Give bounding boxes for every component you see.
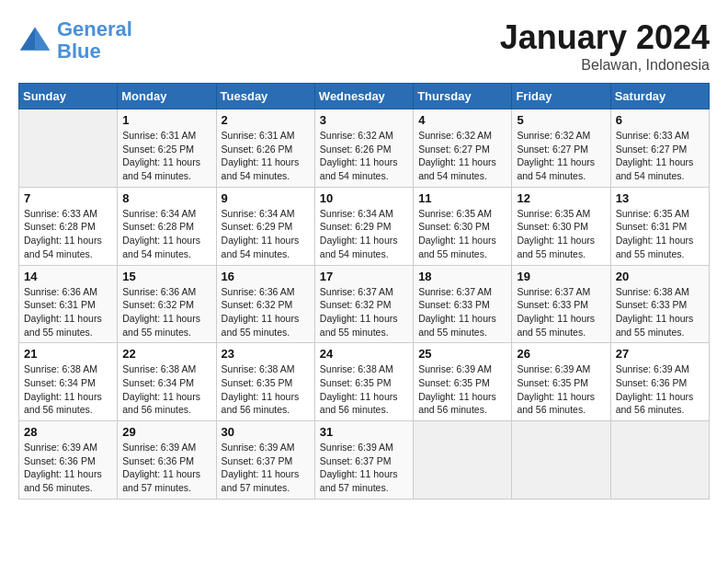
day-info: Sunrise: 6:39 AMSunset: 6:35 PMDaylight:… bbox=[418, 362, 506, 417]
calendar-table: SundayMondayTuesdayWednesdayThursdayFrid… bbox=[18, 83, 710, 500]
day-number: 5 bbox=[517, 113, 605, 127]
calendar-cell bbox=[512, 421, 610, 500]
calendar-week-3: 14Sunrise: 6:36 AMSunset: 6:31 PMDayligh… bbox=[19, 265, 710, 343]
day-info: Sunrise: 6:35 AMSunset: 6:31 PMDaylight:… bbox=[616, 207, 704, 261]
calendar-cell: 24Sunrise: 6:38 AMSunset: 6:35 PMDayligh… bbox=[314, 343, 413, 421]
day-number: 21 bbox=[24, 347, 112, 361]
calendar-cell: 2Sunrise: 6:31 AMSunset: 6:26 PMDaylight… bbox=[216, 109, 314, 188]
logo-text: General Blue bbox=[57, 18, 132, 63]
day-info: Sunrise: 6:39 AMSunset: 6:37 PMDaylight:… bbox=[222, 441, 310, 495]
location: Belawan, Indonesia bbox=[500, 57, 710, 74]
day-number: 27 bbox=[616, 347, 704, 361]
calendar-cell: 15Sunrise: 6:36 AMSunset: 6:32 PMDayligh… bbox=[118, 265, 216, 343]
calendar-cell: 19Sunrise: 6:37 AMSunset: 6:33 PMDayligh… bbox=[512, 265, 610, 343]
day-number: 1 bbox=[122, 113, 210, 127]
weekday-header-tuesday: Tuesday bbox=[216, 84, 314, 109]
day-info: Sunrise: 6:32 AMSunset: 6:27 PMDaylight:… bbox=[418, 129, 506, 183]
day-info: Sunrise: 6:31 AMSunset: 6:25 PMDaylight:… bbox=[122, 129, 210, 183]
calendar-cell: 13Sunrise: 6:35 AMSunset: 6:31 PMDayligh… bbox=[610, 187, 709, 265]
day-info: Sunrise: 6:37 AMSunset: 6:33 PMDaylight:… bbox=[517, 285, 605, 339]
calendar-week-5: 28Sunrise: 6:39 AMSunset: 6:36 PMDayligh… bbox=[19, 421, 710, 500]
logo-icon bbox=[18, 24, 51, 57]
day-number: 19 bbox=[517, 270, 605, 283]
title-block: January 2024 Belawan, Indonesia bbox=[500, 18, 710, 74]
day-number: 23 bbox=[222, 347, 310, 361]
month-title: January 2024 bbox=[500, 18, 710, 57]
day-number: 6 bbox=[616, 113, 704, 127]
calendar-cell bbox=[610, 421, 709, 500]
day-info: Sunrise: 6:36 AMSunset: 6:32 PMDaylight:… bbox=[122, 285, 210, 339]
calendar-cell: 30Sunrise: 6:39 AMSunset: 6:37 PMDayligh… bbox=[216, 421, 314, 500]
weekday-header-friday: Friday bbox=[512, 84, 610, 109]
day-info: Sunrise: 6:34 AMSunset: 6:29 PMDaylight:… bbox=[222, 207, 310, 261]
day-number: 14 bbox=[24, 270, 112, 283]
calendar-week-4: 21Sunrise: 6:38 AMSunset: 6:34 PMDayligh… bbox=[19, 343, 710, 421]
calendar-cell: 29Sunrise: 6:39 AMSunset: 6:36 PMDayligh… bbox=[118, 421, 216, 500]
calendar-cell: 18Sunrise: 6:37 AMSunset: 6:33 PMDayligh… bbox=[414, 265, 512, 343]
calendar-cell bbox=[414, 421, 512, 500]
calendar-cell: 21Sunrise: 6:38 AMSunset: 6:34 PMDayligh… bbox=[19, 343, 118, 421]
calendar-cell: 11Sunrise: 6:35 AMSunset: 6:30 PMDayligh… bbox=[414, 187, 512, 265]
weekday-header-sunday: Sunday bbox=[19, 84, 118, 109]
day-number: 8 bbox=[122, 191, 210, 205]
day-info: Sunrise: 6:39 AMSunset: 6:36 PMDaylight:… bbox=[616, 362, 704, 417]
calendar-cell: 9Sunrise: 6:34 AMSunset: 6:29 PMDaylight… bbox=[216, 187, 314, 265]
day-number: 3 bbox=[320, 113, 408, 127]
day-info: Sunrise: 6:36 AMSunset: 6:32 PMDaylight:… bbox=[222, 285, 310, 339]
day-info: Sunrise: 6:38 AMSunset: 6:35 PMDaylight:… bbox=[222, 362, 310, 417]
day-info: Sunrise: 6:39 AMSunset: 6:36 PMDaylight:… bbox=[24, 441, 112, 495]
weekday-header-thursday: Thursday bbox=[414, 84, 512, 109]
calendar-cell: 14Sunrise: 6:36 AMSunset: 6:31 PMDayligh… bbox=[19, 265, 118, 343]
logo-blue: Blue bbox=[57, 40, 132, 63]
calendar-cell: 31Sunrise: 6:39 AMSunset: 6:37 PMDayligh… bbox=[314, 421, 413, 500]
weekday-header-wednesday: Wednesday bbox=[314, 84, 413, 109]
calendar-cell: 4Sunrise: 6:32 AMSunset: 6:27 PMDaylight… bbox=[414, 109, 512, 188]
calendar-cell: 22Sunrise: 6:38 AMSunset: 6:34 PMDayligh… bbox=[118, 343, 216, 421]
weekday-header-monday: Monday bbox=[118, 84, 216, 109]
calendar-cell: 17Sunrise: 6:37 AMSunset: 6:32 PMDayligh… bbox=[314, 265, 413, 343]
day-info: Sunrise: 6:39 AMSunset: 6:37 PMDaylight:… bbox=[320, 441, 408, 495]
day-info: Sunrise: 6:32 AMSunset: 6:26 PMDaylight:… bbox=[320, 129, 408, 183]
calendar-cell: 3Sunrise: 6:32 AMSunset: 6:26 PMDaylight… bbox=[314, 109, 413, 188]
weekday-header-saturday: Saturday bbox=[610, 84, 709, 109]
calendar-cell: 12Sunrise: 6:35 AMSunset: 6:30 PMDayligh… bbox=[512, 187, 610, 265]
day-info: Sunrise: 6:36 AMSunset: 6:31 PMDaylight:… bbox=[24, 285, 112, 339]
day-info: Sunrise: 6:32 AMSunset: 6:27 PMDaylight:… bbox=[517, 129, 605, 183]
day-number: 12 bbox=[517, 191, 605, 205]
day-number: 7 bbox=[24, 191, 112, 205]
day-number: 2 bbox=[222, 113, 310, 127]
calendar-cell: 5Sunrise: 6:32 AMSunset: 6:27 PMDaylight… bbox=[512, 109, 610, 188]
calendar-cell: 23Sunrise: 6:38 AMSunset: 6:35 PMDayligh… bbox=[216, 343, 314, 421]
calendar-cell: 25Sunrise: 6:39 AMSunset: 6:35 PMDayligh… bbox=[414, 343, 512, 421]
calendar-cell: 10Sunrise: 6:34 AMSunset: 6:29 PMDayligh… bbox=[314, 187, 413, 265]
day-info: Sunrise: 6:35 AMSunset: 6:30 PMDaylight:… bbox=[517, 207, 605, 261]
calendar-cell bbox=[19, 109, 118, 188]
calendar-cell: 16Sunrise: 6:36 AMSunset: 6:32 PMDayligh… bbox=[216, 265, 314, 343]
day-info: Sunrise: 6:39 AMSunset: 6:35 PMDaylight:… bbox=[517, 362, 605, 417]
calendar-cell: 7Sunrise: 6:33 AMSunset: 6:28 PMDaylight… bbox=[19, 187, 118, 265]
weekday-header-row: SundayMondayTuesdayWednesdayThursdayFrid… bbox=[19, 84, 710, 109]
page-header: General Blue January 2024 Belawan, Indon… bbox=[18, 18, 710, 74]
calendar-week-2: 7Sunrise: 6:33 AMSunset: 6:28 PMDaylight… bbox=[19, 187, 710, 265]
day-info: Sunrise: 6:37 AMSunset: 6:32 PMDaylight:… bbox=[320, 285, 408, 339]
day-number: 20 bbox=[616, 270, 704, 283]
logo-general: General bbox=[57, 17, 132, 40]
day-number: 31 bbox=[320, 425, 408, 439]
calendar-cell: 26Sunrise: 6:39 AMSunset: 6:35 PMDayligh… bbox=[512, 343, 610, 421]
day-number: 25 bbox=[418, 347, 506, 361]
day-number: 9 bbox=[222, 191, 310, 205]
calendar-cell: 8Sunrise: 6:34 AMSunset: 6:28 PMDaylight… bbox=[118, 187, 216, 265]
day-info: Sunrise: 6:38 AMSunset: 6:35 PMDaylight:… bbox=[320, 362, 408, 417]
day-info: Sunrise: 6:31 AMSunset: 6:26 PMDaylight:… bbox=[222, 129, 310, 183]
day-number: 10 bbox=[320, 191, 408, 205]
day-number: 30 bbox=[222, 425, 310, 439]
day-number: 11 bbox=[418, 191, 506, 205]
logo: General Blue bbox=[18, 18, 132, 63]
calendar-cell: 27Sunrise: 6:39 AMSunset: 6:36 PMDayligh… bbox=[610, 343, 709, 421]
day-info: Sunrise: 6:35 AMSunset: 6:30 PMDaylight:… bbox=[418, 207, 506, 261]
calendar-cell: 20Sunrise: 6:38 AMSunset: 6:33 PMDayligh… bbox=[610, 265, 709, 343]
day-info: Sunrise: 6:33 AMSunset: 6:28 PMDaylight:… bbox=[24, 207, 112, 261]
day-number: 16 bbox=[222, 270, 310, 283]
day-number: 18 bbox=[418, 270, 506, 283]
day-info: Sunrise: 6:38 AMSunset: 6:34 PMDaylight:… bbox=[122, 362, 210, 417]
